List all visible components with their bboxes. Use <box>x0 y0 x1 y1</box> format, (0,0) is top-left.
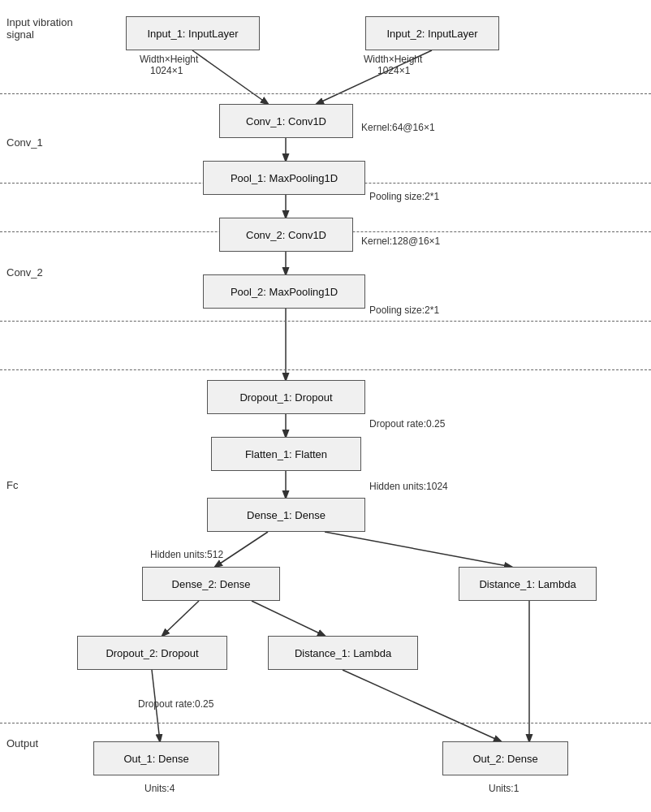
ann-units4: Units:4 <box>144 783 175 794</box>
dropout1-node: Dropout_1: Dropout <box>207 380 365 414</box>
ann-hidden1024: Hidden units:1024 <box>369 481 448 492</box>
ann-dropout2-rate: Dropout rate:0.25 <box>138 698 213 710</box>
ann-dropout1-rate: Dropout rate:0.25 <box>369 418 445 430</box>
distance1-top-node: Distance_1: Lambda <box>459 567 597 601</box>
ann-input1-size: Width×Height <box>140 54 198 65</box>
conv1-section-label: Conv_1 <box>6 136 43 149</box>
input-vibration-label: Input vibration signal <box>6 16 73 41</box>
ann-hidden512: Hidden units:512 <box>150 549 223 560</box>
ann-poolsize1: Pooling size:2*1 <box>369 191 439 202</box>
dense2-node: Dense_2: Dense <box>142 567 280 601</box>
input2-node: Input_2: InputLayer <box>365 16 499 50</box>
distance1-bot-node: Distance_1: Lambda <box>268 636 418 670</box>
pool2-node: Pool_2: MaxPooling1D <box>203 274 365 309</box>
pool1-node: Pool_1: MaxPooling1D <box>203 161 365 195</box>
conv2-section-label: Conv_2 <box>6 266 43 279</box>
dense1-node: Dense_1: Dense <box>207 498 365 532</box>
fc-section-label: Fc <box>6 479 18 491</box>
out2-node: Out_2: Dense <box>442 741 568 775</box>
ann-input2-dim: 1024×1 <box>377 65 410 76</box>
ann-kernel1: Kernel:64@16×1 <box>361 122 435 133</box>
output-section-label: Output <box>6 737 38 749</box>
ann-input1-dim: 1024×1 <box>150 65 183 76</box>
conv1d-1-node: Conv_1: Conv1D <box>219 104 353 138</box>
svg-line-10 <box>162 601 199 636</box>
svg-line-0 <box>192 50 268 104</box>
dropout2-node: Dropout_2: Dropout <box>77 636 227 670</box>
ann-input2-size: Width×Height <box>364 54 422 65</box>
divider-4 <box>0 321 651 322</box>
divider-1 <box>0 93 651 94</box>
input1-node: Input_1: InputLayer <box>126 16 260 50</box>
ann-poolsize2: Pooling size:2*1 <box>369 304 439 316</box>
out1-node: Out_1: Dense <box>93 741 219 775</box>
flatten1-node: Flatten_1: Flatten <box>211 437 361 471</box>
svg-line-9 <box>325 532 511 567</box>
divider-5 <box>0 369 651 370</box>
ann-units1: Units:1 <box>489 783 519 794</box>
diagram-container: Input vibration signal Conv_1 Conv_2 Fc … <box>0 0 651 812</box>
svg-line-11 <box>252 601 325 636</box>
ann-kernel2: Kernel:128@16×1 <box>361 235 440 247</box>
conv1d-2-node: Conv_2: Conv1D <box>219 218 353 252</box>
svg-line-13 <box>343 670 501 741</box>
divider-6 <box>0 723 651 723</box>
